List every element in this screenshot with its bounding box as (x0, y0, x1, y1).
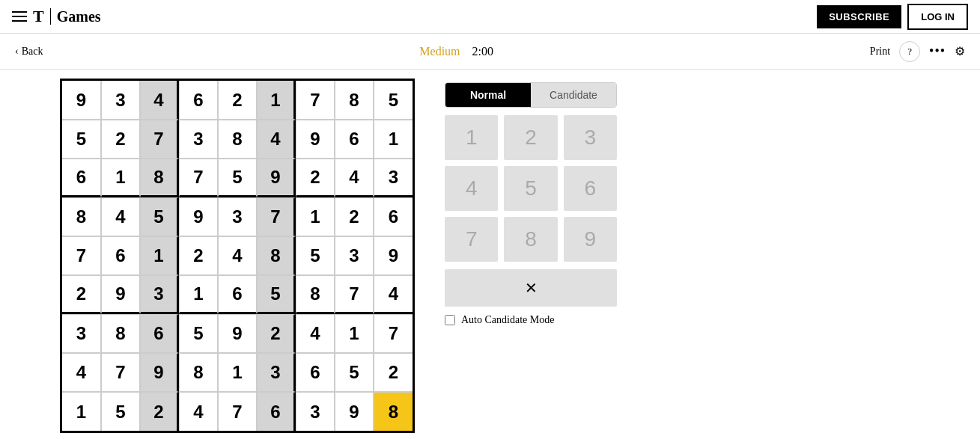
sudoku-cell[interactable]: 4 (140, 81, 179, 120)
sudoku-cell[interactable]: 3 (374, 159, 413, 197)
sudoku-cell[interactable]: 9 (218, 314, 257, 353)
sudoku-cell[interactable]: 1 (62, 392, 101, 431)
sudoku-cell[interactable]: 1 (218, 353, 257, 392)
sudoku-cell[interactable]: 9 (62, 81, 101, 120)
sudoku-cell[interactable]: 5 (140, 197, 179, 236)
sudoku-cell[interactable]: 1 (374, 120, 413, 159)
sudoku-cell[interactable]: 6 (140, 314, 179, 353)
sudoku-cell[interactable]: 1 (140, 236, 179, 275)
print-button[interactable]: Print (870, 46, 890, 58)
sudoku-cell[interactable]: 2 (140, 392, 179, 431)
sudoku-cell[interactable]: 3 (296, 392, 335, 431)
sudoku-cell[interactable]: 5 (62, 120, 101, 159)
back-button[interactable]: ‹ Back (15, 46, 43, 58)
sudoku-cell[interactable]: 2 (218, 81, 257, 120)
sudoku-cell[interactable]: 9 (179, 197, 218, 236)
sudoku-cell[interactable]: 5 (101, 392, 140, 431)
sudoku-cell[interactable]: 4 (335, 159, 374, 197)
number-3-button[interactable]: 3 (564, 115, 617, 160)
sudoku-cell[interactable]: 9 (257, 159, 296, 197)
sudoku-cell[interactable]: 6 (374, 197, 413, 236)
sudoku-cell[interactable]: 7 (374, 314, 413, 353)
sudoku-cell[interactable]: 2 (62, 275, 101, 314)
sudoku-cell[interactable]: 8 (140, 159, 179, 197)
sudoku-cell[interactable]: 1 (101, 159, 140, 197)
sudoku-cell[interactable]: 3 (62, 314, 101, 353)
sudoku-cell[interactable]: 4 (101, 197, 140, 236)
normal-mode-button[interactable]: Normal (445, 83, 531, 107)
sudoku-cell[interactable]: 3 (257, 353, 296, 392)
sudoku-cell[interactable]: 2 (296, 159, 335, 197)
sudoku-cell[interactable]: 2 (179, 236, 218, 275)
menu-icon[interactable] (12, 11, 27, 22)
sudoku-cell[interactable]: 1 (257, 81, 296, 120)
sudoku-cell[interactable]: 8 (335, 81, 374, 120)
sudoku-cell[interactable]: 1 (296, 197, 335, 236)
sudoku-cell[interactable]: 6 (179, 81, 218, 120)
sudoku-cell[interactable]: 7 (257, 197, 296, 236)
login-button[interactable]: LOG IN (907, 4, 968, 30)
sudoku-cell[interactable]: 4 (62, 353, 101, 392)
sudoku-cell[interactable]: 8 (179, 353, 218, 392)
sudoku-cell[interactable]: 2 (335, 197, 374, 236)
number-5-button[interactable]: 5 (504, 166, 557, 211)
sudoku-cell[interactable]: 3 (101, 81, 140, 120)
sudoku-cell[interactable]: 7 (335, 275, 374, 314)
sudoku-cell[interactable]: 7 (296, 81, 335, 120)
sudoku-cell[interactable]: 7 (218, 392, 257, 431)
sudoku-cell[interactable]: 5 (296, 236, 335, 275)
sudoku-cell[interactable]: 1 (335, 314, 374, 353)
settings-button[interactable]: ⚙ (955, 44, 965, 58)
sudoku-cell[interactable]: 9 (296, 120, 335, 159)
sudoku-cell[interactable]: 7 (140, 120, 179, 159)
candidate-mode-button[interactable]: Candidate (531, 83, 616, 107)
sudoku-cell[interactable]: 8 (101, 314, 140, 353)
number-2-button[interactable]: 2 (504, 115, 557, 160)
number-1-button[interactable]: 1 (445, 115, 498, 160)
sudoku-cell[interactable]: 9 (101, 275, 140, 314)
sudoku-cell[interactable]: 7 (62, 236, 101, 275)
sudoku-cell[interactable]: 9 (335, 392, 374, 431)
sudoku-cell[interactable]: 5 (218, 159, 257, 197)
number-7-button[interactable]: 7 (445, 217, 498, 262)
sudoku-cell[interactable]: 5 (335, 353, 374, 392)
more-options-button[interactable]: ••• (929, 43, 946, 59)
sudoku-cell[interactable]: 6 (218, 275, 257, 314)
sudoku-cell[interactable]: 6 (335, 120, 374, 159)
sudoku-cell[interactable]: 8 (218, 120, 257, 159)
sudoku-cell[interactable]: 4 (218, 236, 257, 275)
sudoku-cell[interactable]: 7 (101, 353, 140, 392)
sudoku-cell[interactable]: 2 (101, 120, 140, 159)
sudoku-cell[interactable]: 3 (140, 275, 179, 314)
sudoku-cell[interactable]: 3 (335, 236, 374, 275)
sudoku-cell[interactable]: 2 (257, 314, 296, 353)
number-9-button[interactable]: 9 (564, 217, 617, 262)
sudoku-cell[interactable]: 3 (218, 197, 257, 236)
sudoku-cell[interactable]: 5 (179, 314, 218, 353)
sudoku-cell[interactable]: 5 (374, 81, 413, 120)
delete-button[interactable]: ✕ (445, 269, 617, 307)
sudoku-cell[interactable]: 4 (257, 120, 296, 159)
sudoku-cell[interactable]: 6 (62, 159, 101, 197)
sudoku-cell[interactable]: 9 (374, 236, 413, 275)
sudoku-cell[interactable]: 8 (257, 236, 296, 275)
sudoku-cell[interactable]: 5 (257, 275, 296, 314)
sudoku-cell[interactable]: 1 (179, 275, 218, 314)
sudoku-cell[interactable]: 8 (62, 197, 101, 236)
sudoku-cell[interactable]: 4 (374, 275, 413, 314)
number-4-button[interactable]: 4 (445, 166, 498, 211)
sudoku-cell[interactable]: 2 (374, 353, 413, 392)
auto-candidate-checkbox[interactable] (445, 315, 455, 325)
sudoku-cell[interactable]: 6 (257, 392, 296, 431)
sudoku-cell[interactable]: 9 (140, 353, 179, 392)
number-8-button[interactable]: 8 (504, 217, 557, 262)
number-6-button[interactable]: 6 (564, 166, 617, 211)
sudoku-cell[interactable]: 3 (179, 120, 218, 159)
subscribe-button[interactable]: SUBSCRIBE (817, 5, 901, 28)
sudoku-cell[interactable]: 4 (179, 392, 218, 431)
sudoku-cell[interactable]: 8 (296, 275, 335, 314)
sudoku-cell[interactable]: 6 (296, 353, 335, 392)
sudoku-cell[interactable]: 7 (179, 159, 218, 197)
help-button[interactable]: ? (899, 41, 920, 62)
sudoku-cell[interactable]: 4 (296, 314, 335, 353)
